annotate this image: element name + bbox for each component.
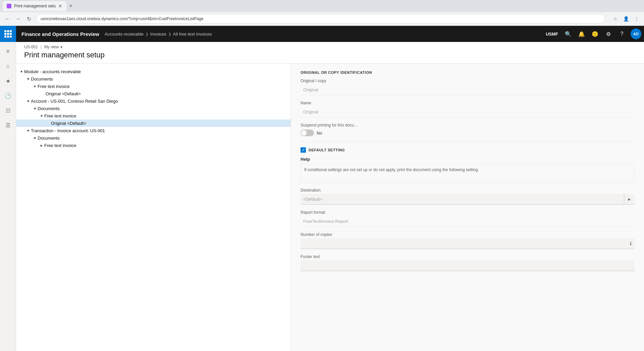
- divider-1: [301, 142, 635, 142]
- breadcrumb-sep-2: ❯: [168, 32, 171, 36]
- left-sidebar: ≡ ⌂ ★ 🕐 ☷ ☰: [0, 42, 16, 351]
- tree-item-account[interactable]: ▼ Account - US-001, Contoso Retail San D…: [16, 97, 291, 105]
- copies-input[interactable]: [301, 238, 635, 249]
- notifications-button[interactable]: 🔔: [576, 28, 588, 40]
- page-meta: US-001 | My view ▼: [24, 45, 636, 49]
- default-setting-checkbox[interactable]: [301, 147, 306, 153]
- tree-label-orig2: Original <Default>: [51, 121, 86, 126]
- tab-title: Print management setu: [14, 4, 56, 8]
- breadcrumb-sep-1: ❯: [146, 32, 148, 36]
- feedback-button[interactable]: 🙂: [589, 28, 601, 40]
- tree-label-fti2: Free text invoice: [44, 113, 76, 118]
- sidebar-home-button[interactable]: ⌂: [1, 59, 15, 73]
- help-button[interactable]: ?: [616, 28, 628, 40]
- arrow-docs2: ▼: [32, 106, 38, 111]
- tree-item-docs3[interactable]: ▼ Documents: [16, 134, 291, 142]
- tree-label-fti3: Free text invoice: [44, 143, 76, 148]
- tree-item-fti2[interactable]: ▼ Free text invoice: [16, 112, 291, 119]
- bookmark-button[interactable]: ☆: [610, 14, 620, 23]
- destination-field: Destination ►: [301, 188, 635, 205]
- forward-button[interactable]: →: [13, 14, 23, 23]
- page-meta-view[interactable]: My view ▼: [44, 45, 63, 49]
- tree-item-orig1[interactable]: Original <Default>: [16, 90, 291, 97]
- arrow-transaction: ▼: [25, 128, 31, 133]
- tab-favicon: [7, 4, 11, 8]
- url-text: usnconeboxax1aos.cloud.onebox.dynamics.c…: [41, 16, 204, 21]
- arrow-docs1: ▼: [25, 76, 31, 82]
- tree-label-docs3: Documents: [38, 136, 60, 141]
- tree-label-module: Module - accounts receivable: [24, 69, 81, 74]
- page-header: US-001 | My view ▼ Print management setu…: [16, 42, 644, 64]
- url-bar[interactable]: usnconeboxax1aos.cloud.onebox.dynamics.c…: [36, 14, 605, 23]
- new-tab-button[interactable]: +: [66, 3, 75, 10]
- arrow-docs3: ▼: [32, 135, 38, 141]
- tree-item-fti1[interactable]: ▼ Free text invoice: [16, 83, 291, 90]
- tree-label-docs1: Documents: [31, 77, 53, 82]
- entity-badge: USMF: [543, 32, 561, 37]
- help-label: Help: [301, 157, 635, 162]
- arrow-module: ▼: [19, 69, 24, 74]
- settings-button[interactable]: ⚙: [602, 28, 614, 40]
- footer-input[interactable]: [301, 260, 635, 271]
- arrow-orig1: [40, 91, 46, 96]
- tree-label-transaction: Transaction - Invoice account: US-001: [31, 128, 105, 133]
- avatar-button[interactable]: AD: [631, 29, 641, 39]
- tree-item-fti3[interactable]: ► Free text invoice: [16, 142, 291, 149]
- default-setting-header: DEFAULT SETTING: [301, 147, 635, 153]
- footer-label: Footer text: [301, 254, 635, 259]
- arrow-fti1: ▼: [32, 84, 38, 89]
- home-icon: ⌂: [6, 63, 10, 69]
- tab-bar: Print management setu ✕ +: [0, 0, 644, 12]
- arrow-orig2: [46, 120, 51, 126]
- tree-label-account: Account - US-001, Contoso Retail San Die…: [31, 99, 118, 104]
- name-input: [301, 107, 635, 117]
- tree-item-orig2[interactable]: Original <Default>: [16, 119, 291, 127]
- breadcrumb-all-free-text-invoices[interactable]: All free text invoices: [173, 32, 212, 37]
- filter-icon: ≡: [6, 48, 9, 54]
- footer-field: Footer text: [301, 254, 635, 271]
- tree-item-docs1[interactable]: ▼ Documents: [16, 75, 291, 83]
- extensions-button[interactable]: ⋮: [632, 14, 641, 23]
- browser-actions: ☆ 👤 ⋮: [610, 14, 641, 23]
- destination-expand-button[interactable]: ►: [624, 194, 635, 205]
- back-button[interactable]: ←: [3, 14, 12, 23]
- address-bar: ← → ↻ usnconeboxax1aos.cloud.onebox.dyna…: [0, 12, 644, 26]
- suspend-toggle-label: No: [317, 131, 322, 136]
- nav-buttons: ← → ↻: [3, 14, 34, 23]
- report-format-field: Report format: [301, 210, 635, 227]
- tree-item-module[interactable]: ▼ Module - accounts receivable: [16, 68, 291, 75]
- refresh-button[interactable]: ↻: [24, 14, 34, 23]
- chevron-down-icon: ▼: [60, 45, 63, 49]
- profile-button[interactable]: 👤: [621, 14, 631, 23]
- tree-item-transaction[interactable]: ▼ Transaction - Invoice account: US-001: [16, 127, 291, 134]
- waffle-menu-button[interactable]: [0, 26, 16, 42]
- original-copy-field: Original / copy: [301, 79, 635, 95]
- sidebar-favorites-button[interactable]: ★: [1, 74, 15, 88]
- original-copy-label: Original / copy: [301, 79, 635, 83]
- app-title: Finance and Operations Preview: [16, 31, 105, 37]
- copies-field: Number of copies: [301, 232, 635, 249]
- sidebar-workspaces-button[interactable]: ☷: [1, 104, 15, 117]
- suspend-toggle[interactable]: [301, 130, 314, 136]
- breadcrumb: Accounts receivable ❯ Invoices ❯ All fre…: [105, 32, 212, 37]
- suspend-toggle-row: No: [301, 130, 635, 136]
- detail-panel: ORIGINAL OR COPY IDENTIFICATION Original…: [291, 64, 644, 351]
- sidebar-filter-button[interactable]: ≡: [1, 45, 15, 58]
- browser-chrome: Print management setu ✕ + ← → ↻ usnconeb…: [0, 0, 644, 26]
- search-header-button[interactable]: 🔍: [562, 28, 574, 40]
- active-tab: Print management setu ✕: [3, 1, 66, 11]
- default-setting-label: DEFAULT SETTING: [309, 148, 345, 152]
- breadcrumb-invoices[interactable]: Invoices: [150, 32, 166, 37]
- star-icon: ★: [6, 78, 10, 84]
- page-title: Print management setup: [24, 51, 636, 59]
- page-meta-id: US-001: [24, 45, 38, 49]
- help-section: Help If conditional settings are not set…: [301, 157, 635, 183]
- breadcrumb-accounts-receivable[interactable]: Accounts receivable: [105, 32, 144, 37]
- destination-input[interactable]: [301, 197, 624, 202]
- tree-item-docs2[interactable]: ▼ Documents: [16, 105, 291, 112]
- calendar-icon: ☷: [6, 107, 10, 114]
- close-tab-button[interactable]: ✕: [58, 3, 62, 9]
- name-field: Name: [301, 101, 635, 117]
- sidebar-recent-button[interactable]: 🕐: [1, 89, 15, 102]
- sidebar-modules-button[interactable]: ☰: [1, 118, 15, 132]
